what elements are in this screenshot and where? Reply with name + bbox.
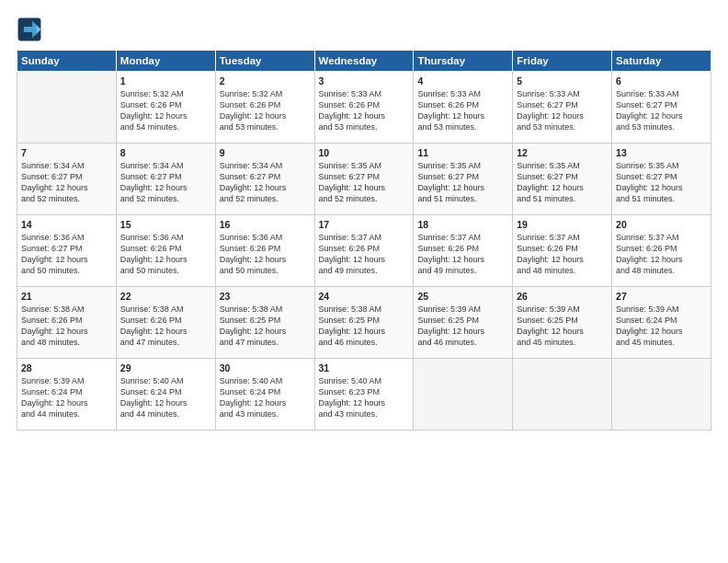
calendar-cell: 9Sunrise: 5:34 AM Sunset: 6:27 PM Daylig… bbox=[215, 144, 314, 215]
day-number: 18 bbox=[417, 219, 508, 230]
day-number: 9 bbox=[220, 147, 311, 158]
calendar-cell: 18Sunrise: 5:37 AM Sunset: 6:26 PM Dayli… bbox=[414, 215, 513, 287]
day-number: 14 bbox=[21, 219, 112, 230]
day-number: 30 bbox=[220, 362, 311, 373]
calendar-cell: 8Sunrise: 5:34 AM Sunset: 6:27 PM Daylig… bbox=[116, 144, 215, 215]
day-number: 11 bbox=[417, 147, 508, 158]
day-content: Sunrise: 5:38 AM Sunset: 6:25 PM Dayligh… bbox=[319, 304, 410, 349]
day-content: Sunrise: 5:36 AM Sunset: 6:26 PM Dayligh… bbox=[120, 232, 211, 277]
day-number: 26 bbox=[517, 291, 608, 302]
day-number: 3 bbox=[319, 75, 410, 86]
day-content: Sunrise: 5:34 AM Sunset: 6:27 PM Dayligh… bbox=[120, 160, 211, 205]
col-header-saturday: Saturday bbox=[612, 51, 711, 72]
day-content: Sunrise: 5:38 AM Sunset: 6:25 PM Dayligh… bbox=[220, 304, 311, 349]
calendar-cell bbox=[414, 359, 513, 431]
calendar-cell: 19Sunrise: 5:37 AM Sunset: 6:26 PM Dayli… bbox=[513, 215, 612, 287]
day-number: 10 bbox=[319, 147, 410, 158]
calendar-cell: 20Sunrise: 5:37 AM Sunset: 6:26 PM Dayli… bbox=[612, 215, 711, 287]
calendar-cell: 31Sunrise: 5:40 AM Sunset: 6:23 PM Dayli… bbox=[314, 359, 414, 431]
day-number: 1 bbox=[120, 75, 211, 86]
calendar-cell: 21Sunrise: 5:38 AM Sunset: 6:26 PM Dayli… bbox=[17, 287, 117, 359]
week-row-5: 28Sunrise: 5:39 AM Sunset: 6:24 PM Dayli… bbox=[17, 359, 711, 431]
calendar-cell: 15Sunrise: 5:36 AM Sunset: 6:26 PM Dayli… bbox=[116, 215, 215, 287]
day-number: 2 bbox=[220, 75, 311, 86]
day-number: 24 bbox=[319, 291, 410, 302]
day-content: Sunrise: 5:39 AM Sunset: 6:25 PM Dayligh… bbox=[417, 304, 508, 349]
calendar-cell: 29Sunrise: 5:40 AM Sunset: 6:24 PM Dayli… bbox=[116, 359, 215, 431]
calendar-cell bbox=[612, 359, 711, 431]
logo-icon bbox=[17, 17, 42, 42]
day-content: Sunrise: 5:36 AM Sunset: 6:27 PM Dayligh… bbox=[21, 232, 112, 277]
day-content: Sunrise: 5:38 AM Sunset: 6:26 PM Dayligh… bbox=[120, 304, 211, 349]
calendar-cell: 23Sunrise: 5:38 AM Sunset: 6:25 PM Dayli… bbox=[215, 287, 314, 359]
col-header-tuesday: Tuesday bbox=[215, 51, 314, 72]
calendar-cell: 5Sunrise: 5:33 AM Sunset: 6:27 PM Daylig… bbox=[513, 72, 612, 144]
col-header-sunday: Sunday bbox=[17, 51, 117, 72]
day-number: 17 bbox=[319, 219, 410, 230]
calendar-cell: 30Sunrise: 5:40 AM Sunset: 6:24 PM Dayli… bbox=[215, 359, 314, 431]
calendar-cell: 14Sunrise: 5:36 AM Sunset: 6:27 PM Dayli… bbox=[17, 215, 117, 287]
day-number: 12 bbox=[517, 147, 608, 158]
calendar-cell: 17Sunrise: 5:37 AM Sunset: 6:26 PM Dayli… bbox=[314, 215, 414, 287]
day-number: 15 bbox=[120, 219, 211, 230]
day-content: Sunrise: 5:34 AM Sunset: 6:27 PM Dayligh… bbox=[220, 160, 311, 205]
day-number: 7 bbox=[21, 147, 112, 158]
week-row-1: 1Sunrise: 5:32 AM Sunset: 6:26 PM Daylig… bbox=[17, 72, 711, 144]
day-content: Sunrise: 5:38 AM Sunset: 6:26 PM Dayligh… bbox=[21, 304, 112, 349]
day-number: 20 bbox=[616, 219, 707, 230]
day-content: Sunrise: 5:37 AM Sunset: 6:26 PM Dayligh… bbox=[319, 232, 410, 277]
header bbox=[17, 17, 711, 42]
calendar-table: SundayMondayTuesdayWednesdayThursdayFrid… bbox=[17, 50, 711, 431]
calendar-cell: 10Sunrise: 5:35 AM Sunset: 6:27 PM Dayli… bbox=[314, 144, 414, 215]
col-header-wednesday: Wednesday bbox=[314, 51, 414, 72]
day-content: Sunrise: 5:40 AM Sunset: 6:24 PM Dayligh… bbox=[220, 375, 311, 420]
day-content: Sunrise: 5:39 AM Sunset: 6:24 PM Dayligh… bbox=[616, 304, 707, 349]
col-header-thursday: Thursday bbox=[414, 51, 513, 72]
week-row-3: 14Sunrise: 5:36 AM Sunset: 6:27 PM Dayli… bbox=[17, 215, 711, 287]
day-content: Sunrise: 5:35 AM Sunset: 6:27 PM Dayligh… bbox=[417, 160, 508, 205]
day-content: Sunrise: 5:39 AM Sunset: 6:25 PM Dayligh… bbox=[517, 304, 608, 349]
calendar-cell: 3Sunrise: 5:33 AM Sunset: 6:26 PM Daylig… bbox=[314, 72, 414, 144]
day-number: 5 bbox=[517, 75, 608, 86]
day-number: 19 bbox=[517, 219, 608, 230]
day-content: Sunrise: 5:32 AM Sunset: 6:26 PM Dayligh… bbox=[220, 88, 311, 133]
day-content: Sunrise: 5:39 AM Sunset: 6:24 PM Dayligh… bbox=[21, 375, 112, 420]
day-content: Sunrise: 5:37 AM Sunset: 6:26 PM Dayligh… bbox=[517, 232, 608, 277]
day-number: 21 bbox=[21, 291, 112, 302]
calendar-cell: 1Sunrise: 5:32 AM Sunset: 6:26 PM Daylig… bbox=[116, 72, 215, 144]
calendar-cell: 26Sunrise: 5:39 AM Sunset: 6:25 PM Dayli… bbox=[513, 287, 612, 359]
logo bbox=[17, 17, 46, 42]
calendar-cell: 25Sunrise: 5:39 AM Sunset: 6:25 PM Dayli… bbox=[414, 287, 513, 359]
calendar-cell: 27Sunrise: 5:39 AM Sunset: 6:24 PM Dayli… bbox=[612, 287, 711, 359]
calendar-cell bbox=[17, 72, 117, 144]
day-content: Sunrise: 5:33 AM Sunset: 6:27 PM Dayligh… bbox=[616, 88, 707, 133]
calendar-cell: 11Sunrise: 5:35 AM Sunset: 6:27 PM Dayli… bbox=[414, 144, 513, 215]
calendar-cell: 6Sunrise: 5:33 AM Sunset: 6:27 PM Daylig… bbox=[612, 72, 711, 144]
week-row-4: 21Sunrise: 5:38 AM Sunset: 6:26 PM Dayli… bbox=[17, 287, 711, 359]
day-number: 4 bbox=[417, 75, 508, 86]
calendar-cell: 22Sunrise: 5:38 AM Sunset: 6:26 PM Dayli… bbox=[116, 287, 215, 359]
page: SundayMondayTuesdayWednesdayThursdayFrid… bbox=[0, 0, 728, 563]
calendar-cell: 7Sunrise: 5:34 AM Sunset: 6:27 PM Daylig… bbox=[17, 144, 117, 215]
calendar-cell: 28Sunrise: 5:39 AM Sunset: 6:24 PM Dayli… bbox=[17, 359, 117, 431]
day-number: 29 bbox=[120, 362, 211, 373]
calendar-cell bbox=[513, 359, 612, 431]
calendar-cell: 24Sunrise: 5:38 AM Sunset: 6:25 PM Dayli… bbox=[314, 287, 414, 359]
day-number: 16 bbox=[220, 219, 311, 230]
day-number: 31 bbox=[319, 362, 410, 373]
day-content: Sunrise: 5:33 AM Sunset: 6:27 PM Dayligh… bbox=[517, 88, 608, 133]
calendar-cell: 2Sunrise: 5:32 AM Sunset: 6:26 PM Daylig… bbox=[215, 72, 314, 144]
calendar-cell: 13Sunrise: 5:35 AM Sunset: 6:27 PM Dayli… bbox=[612, 144, 711, 215]
day-number: 22 bbox=[120, 291, 211, 302]
col-header-monday: Monday bbox=[116, 51, 215, 72]
day-content: Sunrise: 5:40 AM Sunset: 6:24 PM Dayligh… bbox=[120, 375, 211, 420]
header-row: SundayMondayTuesdayWednesdayThursdayFrid… bbox=[17, 51, 711, 72]
calendar-cell: 4Sunrise: 5:33 AM Sunset: 6:26 PM Daylig… bbox=[414, 72, 513, 144]
day-content: Sunrise: 5:37 AM Sunset: 6:26 PM Dayligh… bbox=[616, 232, 707, 277]
day-content: Sunrise: 5:36 AM Sunset: 6:26 PM Dayligh… bbox=[220, 232, 311, 277]
day-number: 23 bbox=[220, 291, 311, 302]
day-number: 6 bbox=[616, 75, 707, 86]
day-content: Sunrise: 5:33 AM Sunset: 6:26 PM Dayligh… bbox=[319, 88, 410, 133]
day-content: Sunrise: 5:34 AM Sunset: 6:27 PM Dayligh… bbox=[21, 160, 112, 205]
day-content: Sunrise: 5:32 AM Sunset: 6:26 PM Dayligh… bbox=[120, 88, 211, 133]
